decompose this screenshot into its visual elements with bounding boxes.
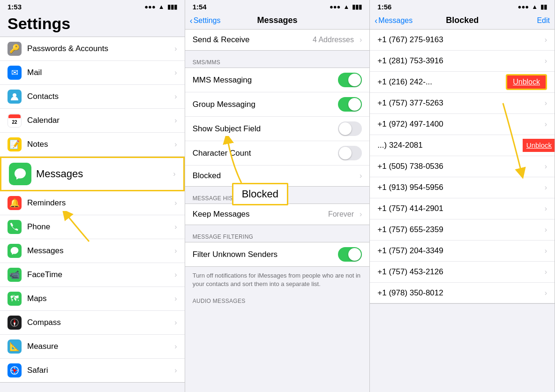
contact-number-12: +1 (757) 453-2126 [377,267,544,277]
status-time-3: 1:56 [377,3,391,11]
settings-item-measure[interactable]: 📐 Measure › [0,335,185,359]
contacts-label: Contacts [27,92,172,101]
status-time-2: 1:54 [193,3,207,11]
unblock-label: Unblock [513,78,540,86]
edit-button[interactable]: Edit [537,16,550,25]
battery-icon: ▮▮▮ [167,3,177,10]
messages-settings-panel: 1:54 ●●● ▲ ▮▮▮ ‹ Settings Messages Send … [185,0,370,392]
contact-chevron-10: › [545,226,547,234]
passwords-icon: 🔑 [8,42,22,56]
char-count-toggle[interactable] [338,146,362,160]
filter-toggle[interactable] [338,247,362,262]
status-icons-2: ●●● ▲ ▮▮▮ [330,3,362,10]
unblock-partial-box[interactable]: Unblock [523,139,555,152]
blocked-contact-9[interactable]: +1 (757) 414-2901 › [370,198,555,219]
contact-chevron-5: › [545,120,547,128]
compass-chevron: › [174,318,177,327]
messages-label: Messages [36,168,170,180]
settings-item-compass[interactable]: Compass › [0,311,185,335]
back-to-messages[interactable]: ‹ Messages [375,16,412,25]
facetime-chevron: › [174,271,177,279]
settings-item-facetime[interactable]: 📹 FaceTime › [0,263,185,287]
maps-label: Maps [27,294,172,303]
settings-item-notes[interactable]: 📝 Notes › [0,133,185,157]
group-messaging-item[interactable]: Group Messaging [185,92,370,117]
subject-label: Show Subject Field [193,124,338,134]
contact-number-8: +1 (913) 954-5956 [377,183,544,192]
blocked-item[interactable]: Blocked › [185,166,370,186]
unblock-highlight-box[interactable]: Unblock [506,74,547,90]
facetime-icon: 📹 [8,268,22,282]
blocked-contact-5[interactable]: +1 (972) 497-1400 › [370,114,555,135]
blocked-contact-6[interactable]: ...) 324-2081 › Unblock [370,135,555,156]
safari-chevron: › [174,366,177,375]
phone-icon [8,220,22,234]
blocked-contact-7[interactable]: +1 (505) 738-0536 › [370,156,555,177]
back-to-settings[interactable]: ‹ Settings [190,16,221,25]
contact-chevron-7: › [545,162,547,171]
msg-filtering-header: MESSAGE FILTERING [185,231,370,242]
mms-label: MMS Messaging [193,75,338,85]
svg-text:22: 22 [12,120,17,125]
contact-chevron-13: › [545,289,547,297]
contacts-chevron: › [174,92,177,101]
blocked-nav-bar: ‹ Messages Blocked Edit [370,13,555,29]
contact-number-5: +1 (972) 497-1400 [377,120,544,129]
contact-chevron-8: › [545,183,547,192]
contact-chevron-1: › [545,36,547,44]
mms-messaging-item[interactable]: MMS Messaging [185,68,370,92]
blocked-contact-4[interactable]: +1 (757) 377-5263 › [370,93,555,114]
mms-toggle[interactable] [338,73,362,87]
contact-chevron-2: › [545,57,547,65]
messages-list-label: Messages [27,246,172,256]
char-count-item[interactable]: Character Count [185,141,370,166]
keep-messages-item[interactable]: Keep Messages Forever › [185,204,370,225]
blocked-contact-13[interactable]: +1 (978) 350-8012 › [370,283,555,303]
settings-item-mail[interactable]: ✉ Mail › [0,61,185,85]
notes-label: Notes [27,140,172,149]
reminders-label: Reminders [27,198,172,208]
reminders-chevron: › [174,199,177,207]
blocked-contact-2[interactable]: +1 (281) 753-3916 › [370,51,555,72]
safari-label: Safari [27,366,172,375]
blocked-contact-11[interactable]: +1 (757) 204-3349 › [370,241,555,262]
subject-field-item[interactable]: Show Subject Field [185,117,370,141]
send-receive-item[interactable]: Send & Receive 4 Addresses › [185,30,370,50]
mail-chevron: › [174,68,177,77]
blocked-contact-3[interactable]: +1 (216) 242-... › Unblock [370,72,555,93]
subject-toggle[interactable] [338,121,362,136]
phone-label: Phone [27,222,172,232]
contact-chevron-9: › [545,204,547,213]
back-chevron: ‹ [190,16,193,25]
blocked-contact-12[interactable]: +1 (757) 453-2126 › [370,262,555,283]
settings-panel: 1:53 ●●● ▲ ▮▮▮ Settings 🔑 Passwords & Ac… [0,0,185,392]
status-icons-3: ●●● ▲ ▮▮ [518,3,547,10]
contact-number-13: +1 (978) 350-8012 [377,288,544,298]
calendar-icon: 22 [8,113,22,128]
messages-chevron: › [173,170,175,178]
contact-number-7: +1 (505) 738-0536 [377,162,544,171]
blocked-section: +1 (767) 275-9163 › +1 (281) 753-3916 › … [370,29,555,304]
settings-item-reminders[interactable]: 🔔 Reminders › [0,191,185,215]
keep-messages-value: Forever [328,210,354,219]
settings-item-phone[interactable]: Phone › [0,215,185,239]
group-toggle[interactable] [338,97,362,112]
messages-settings-list: Send & Receive 4 Addresses › SMS/MMS MMS… [185,29,370,392]
settings-item-messages-2[interactable]: Messages › [0,239,185,263]
settings-item-messages[interactable]: Messages › [0,157,185,191]
settings-item-contacts[interactable]: Contacts › [0,85,185,109]
calendar-label: Calendar [27,116,172,125]
blocked-contact-1[interactable]: +1 (767) 275-9163 › [370,30,555,51]
settings-item-safari[interactable]: Safari › [0,359,185,382]
settings-item-calendar[interactable]: 22 Calendar › [0,109,185,133]
contacts-icon [8,90,22,104]
signal-icon-3: ●●● [518,3,529,10]
blocked-contact-10[interactable]: +1 (757) 655-2359 › [370,219,555,241]
messages-nav-bar: ‹ Settings Messages [185,13,370,29]
settings-item-maps[interactable]: 🗺 Maps › [0,287,185,311]
keep-messages-label: Keep Messages [193,210,328,219]
wifi-icon: ▲ [158,3,165,10]
filter-unknown-item[interactable]: Filter Unknown Senders [185,242,370,266]
blocked-contact-8[interactable]: +1 (913) 954-5956 › [370,177,555,198]
settings-item-passwords[interactable]: 🔑 Passwords & Accounts › [0,37,185,61]
